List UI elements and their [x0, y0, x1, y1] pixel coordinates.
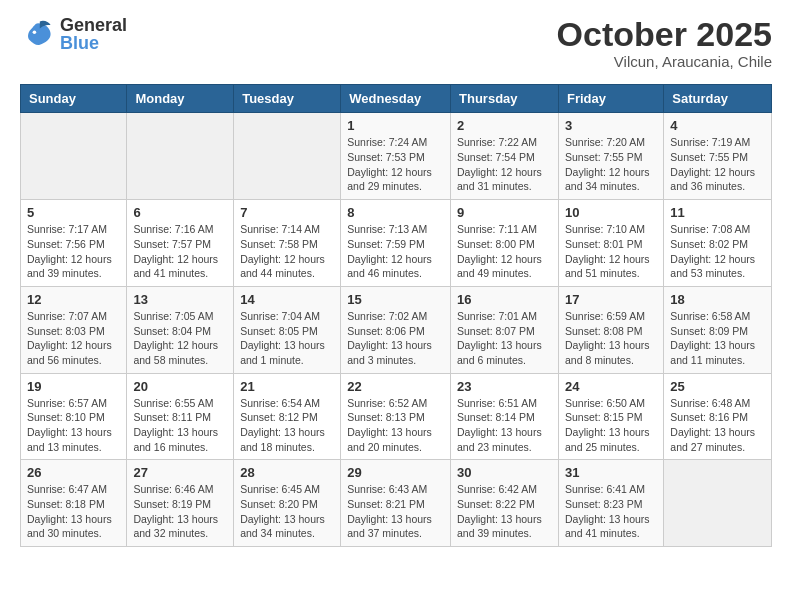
day-number: 3: [565, 118, 657, 133]
calendar-cell: [234, 113, 341, 200]
calendar-cell: 18Sunrise: 6:58 AM Sunset: 8:09 PM Dayli…: [664, 286, 772, 373]
day-info: Sunrise: 6:43 AM Sunset: 8:21 PM Dayligh…: [347, 482, 444, 541]
day-info: Sunrise: 6:45 AM Sunset: 8:20 PM Dayligh…: [240, 482, 334, 541]
day-info: Sunrise: 6:52 AM Sunset: 8:13 PM Dayligh…: [347, 396, 444, 455]
col-sunday: Sunday: [21, 85, 127, 113]
day-info: Sunrise: 7:04 AM Sunset: 8:05 PM Dayligh…: [240, 309, 334, 368]
day-info: Sunrise: 7:22 AM Sunset: 7:54 PM Dayligh…: [457, 135, 552, 194]
calendar-cell: 28Sunrise: 6:45 AM Sunset: 8:20 PM Dayli…: [234, 460, 341, 547]
day-info: Sunrise: 7:19 AM Sunset: 7:55 PM Dayligh…: [670, 135, 765, 194]
calendar-cell: 15Sunrise: 7:02 AM Sunset: 8:06 PM Dayli…: [341, 286, 451, 373]
calendar-cell: 9Sunrise: 7:11 AM Sunset: 8:00 PM Daylig…: [451, 200, 559, 287]
day-info: Sunrise: 6:59 AM Sunset: 8:08 PM Dayligh…: [565, 309, 657, 368]
day-number: 4: [670, 118, 765, 133]
calendar-cell: 17Sunrise: 6:59 AM Sunset: 8:08 PM Dayli…: [558, 286, 663, 373]
day-info: Sunrise: 7:10 AM Sunset: 8:01 PM Dayligh…: [565, 222, 657, 281]
day-number: 26: [27, 465, 120, 480]
calendar-cell: 12Sunrise: 7:07 AM Sunset: 8:03 PM Dayli…: [21, 286, 127, 373]
day-number: 21: [240, 379, 334, 394]
day-info: Sunrise: 7:24 AM Sunset: 7:53 PM Dayligh…: [347, 135, 444, 194]
calendar-cell: 6Sunrise: 7:16 AM Sunset: 7:57 PM Daylig…: [127, 200, 234, 287]
calendar-cell: 23Sunrise: 6:51 AM Sunset: 8:14 PM Dayli…: [451, 373, 559, 460]
day-number: 2: [457, 118, 552, 133]
day-info: Sunrise: 7:07 AM Sunset: 8:03 PM Dayligh…: [27, 309, 120, 368]
day-number: 5: [27, 205, 120, 220]
header-row: Sunday Monday Tuesday Wednesday Thursday…: [21, 85, 772, 113]
calendar-table: Sunday Monday Tuesday Wednesday Thursday…: [20, 84, 772, 547]
calendar-week-5: 26Sunrise: 6:47 AM Sunset: 8:18 PM Dayli…: [21, 460, 772, 547]
day-info: Sunrise: 7:20 AM Sunset: 7:55 PM Dayligh…: [565, 135, 657, 194]
day-number: 17: [565, 292, 657, 307]
day-number: 6: [133, 205, 227, 220]
calendar-cell: 22Sunrise: 6:52 AM Sunset: 8:13 PM Dayli…: [341, 373, 451, 460]
day-info: Sunrise: 6:50 AM Sunset: 8:15 PM Dayligh…: [565, 396, 657, 455]
calendar-cell: 19Sunrise: 6:57 AM Sunset: 8:10 PM Dayli…: [21, 373, 127, 460]
title-block: October 2025 Vilcun, Araucania, Chile: [557, 16, 772, 70]
col-saturday: Saturday: [664, 85, 772, 113]
logo-text: General Blue: [60, 16, 127, 52]
calendar-cell: [21, 113, 127, 200]
day-number: 9: [457, 205, 552, 220]
day-number: 7: [240, 205, 334, 220]
day-number: 12: [27, 292, 120, 307]
month-title: October 2025: [557, 16, 772, 53]
page: General Blue October 2025 Vilcun, Arauca…: [0, 0, 792, 563]
day-number: 15: [347, 292, 444, 307]
calendar-cell: 26Sunrise: 6:47 AM Sunset: 8:18 PM Dayli…: [21, 460, 127, 547]
day-info: Sunrise: 7:05 AM Sunset: 8:04 PM Dayligh…: [133, 309, 227, 368]
day-info: Sunrise: 6:41 AM Sunset: 8:23 PM Dayligh…: [565, 482, 657, 541]
day-number: 8: [347, 205, 444, 220]
calendar-cell: 1Sunrise: 7:24 AM Sunset: 7:53 PM Daylig…: [341, 113, 451, 200]
calendar-cell: 29Sunrise: 6:43 AM Sunset: 8:21 PM Dayli…: [341, 460, 451, 547]
col-monday: Monday: [127, 85, 234, 113]
calendar-week-3: 12Sunrise: 7:07 AM Sunset: 8:03 PM Dayli…: [21, 286, 772, 373]
day-number: 29: [347, 465, 444, 480]
calendar-cell: 5Sunrise: 7:17 AM Sunset: 7:56 PM Daylig…: [21, 200, 127, 287]
day-info: Sunrise: 6:48 AM Sunset: 8:16 PM Dayligh…: [670, 396, 765, 455]
calendar-cell: [664, 460, 772, 547]
day-number: 27: [133, 465, 227, 480]
day-number: 22: [347, 379, 444, 394]
day-info: Sunrise: 7:16 AM Sunset: 7:57 PM Dayligh…: [133, 222, 227, 281]
day-info: Sunrise: 6:55 AM Sunset: 8:11 PM Dayligh…: [133, 396, 227, 455]
header: General Blue October 2025 Vilcun, Arauca…: [20, 16, 772, 70]
day-info: Sunrise: 7:14 AM Sunset: 7:58 PM Dayligh…: [240, 222, 334, 281]
calendar-cell: 31Sunrise: 6:41 AM Sunset: 8:23 PM Dayli…: [558, 460, 663, 547]
calendar-cell: 20Sunrise: 6:55 AM Sunset: 8:11 PM Dayli…: [127, 373, 234, 460]
calendar-cell: 25Sunrise: 6:48 AM Sunset: 8:16 PM Dayli…: [664, 373, 772, 460]
calendar-cell: 27Sunrise: 6:46 AM Sunset: 8:19 PM Dayli…: [127, 460, 234, 547]
calendar-week-1: 1Sunrise: 7:24 AM Sunset: 7:53 PM Daylig…: [21, 113, 772, 200]
calendar-cell: 11Sunrise: 7:08 AM Sunset: 8:02 PM Dayli…: [664, 200, 772, 287]
calendar-week-2: 5Sunrise: 7:17 AM Sunset: 7:56 PM Daylig…: [21, 200, 772, 287]
day-info: Sunrise: 6:54 AM Sunset: 8:12 PM Dayligh…: [240, 396, 334, 455]
calendar-cell: 7Sunrise: 7:14 AM Sunset: 7:58 PM Daylig…: [234, 200, 341, 287]
calendar-cell: 2Sunrise: 7:22 AM Sunset: 7:54 PM Daylig…: [451, 113, 559, 200]
day-number: 23: [457, 379, 552, 394]
calendar-cell: 21Sunrise: 6:54 AM Sunset: 8:12 PM Dayli…: [234, 373, 341, 460]
col-thursday: Thursday: [451, 85, 559, 113]
calendar-cell: 13Sunrise: 7:05 AM Sunset: 8:04 PM Dayli…: [127, 286, 234, 373]
day-info: Sunrise: 6:47 AM Sunset: 8:18 PM Dayligh…: [27, 482, 120, 541]
day-info: Sunrise: 6:57 AM Sunset: 8:10 PM Dayligh…: [27, 396, 120, 455]
day-info: Sunrise: 7:13 AM Sunset: 7:59 PM Dayligh…: [347, 222, 444, 281]
day-info: Sunrise: 6:46 AM Sunset: 8:19 PM Dayligh…: [133, 482, 227, 541]
day-number: 18: [670, 292, 765, 307]
calendar-cell: 24Sunrise: 6:50 AM Sunset: 8:15 PM Dayli…: [558, 373, 663, 460]
calendar-cell: 14Sunrise: 7:04 AM Sunset: 8:05 PM Dayli…: [234, 286, 341, 373]
svg-point-0: [33, 30, 37, 34]
calendar-cell: 3Sunrise: 7:20 AM Sunset: 7:55 PM Daylig…: [558, 113, 663, 200]
logo-blue-text: Blue: [60, 34, 127, 52]
day-number: 14: [240, 292, 334, 307]
day-number: 19: [27, 379, 120, 394]
day-info: Sunrise: 7:01 AM Sunset: 8:07 PM Dayligh…: [457, 309, 552, 368]
subtitle: Vilcun, Araucania, Chile: [557, 53, 772, 70]
day-number: 30: [457, 465, 552, 480]
day-info: Sunrise: 7:17 AM Sunset: 7:56 PM Dayligh…: [27, 222, 120, 281]
day-info: Sunrise: 6:51 AM Sunset: 8:14 PM Dayligh…: [457, 396, 552, 455]
calendar-header: Sunday Monday Tuesday Wednesday Thursday…: [21, 85, 772, 113]
col-wednesday: Wednesday: [341, 85, 451, 113]
calendar-body: 1Sunrise: 7:24 AM Sunset: 7:53 PM Daylig…: [21, 113, 772, 547]
day-info: Sunrise: 6:42 AM Sunset: 8:22 PM Dayligh…: [457, 482, 552, 541]
col-tuesday: Tuesday: [234, 85, 341, 113]
calendar-cell: 4Sunrise: 7:19 AM Sunset: 7:55 PM Daylig…: [664, 113, 772, 200]
